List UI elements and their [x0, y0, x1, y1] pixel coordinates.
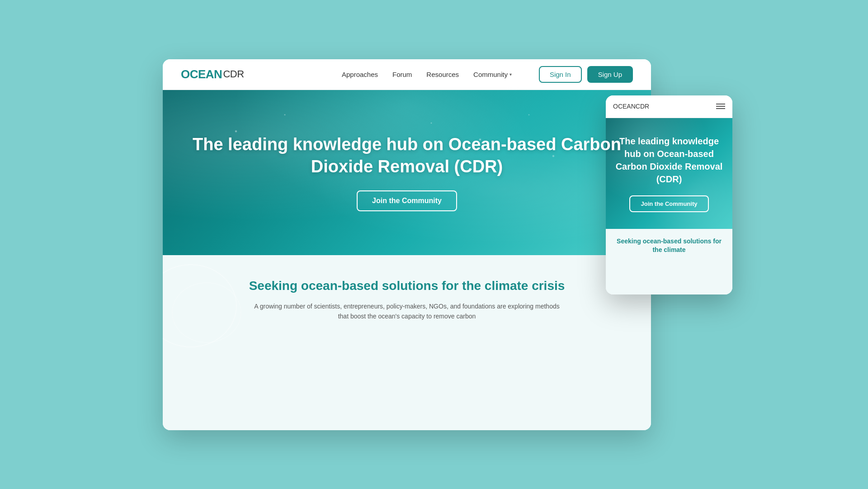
navbar: OCEAN CDR Approaches Forum Resources Com…	[163, 59, 651, 90]
join-community-button[interactable]: Join the Community	[357, 190, 457, 211]
community-dropdown-icon: ▾	[509, 72, 512, 77]
content-text: A growing number of scientists, entrepre…	[249, 301, 565, 322]
hero-section: The leading knowledge hub on Ocean-based…	[163, 90, 651, 255]
nav-link-resources[interactable]: Resources	[426, 71, 459, 78]
logo-ocean: OCEAN	[181, 67, 222, 81]
desktop-mockup: OCEAN CDR Approaches Forum Resources Com…	[163, 59, 651, 430]
hamburger-menu[interactable]	[716, 104, 725, 109]
mobile-content-title: Seeking ocean-based solutions for the cl…	[613, 237, 725, 255]
nav-link-approaches[interactable]: Approaches	[342, 71, 378, 78]
hero-content: The leading knowledge hub on Ocean-based…	[163, 133, 651, 212]
logo-cdr: CDR	[223, 68, 244, 80]
mobile-logo-cdr: CDR	[636, 103, 649, 110]
hamburger-line-3	[716, 108, 725, 109]
mobile-logo[interactable]: OCEANCDR	[613, 102, 649, 110]
logo[interactable]: OCEAN CDR	[181, 67, 244, 81]
mobile-navbar: OCEANCDR	[606, 95, 732, 118]
nav-link-forum[interactable]: Forum	[392, 71, 412, 78]
content-title: Seeking ocean-based solutions for the cl…	[181, 278, 633, 294]
signup-button[interactable]: Sign Up	[587, 66, 633, 83]
signin-button[interactable]: Sign In	[539, 66, 582, 83]
nav-links: Approaches Forum Resources Community ▾	[342, 71, 512, 78]
nav-actions: Sign In Sign Up	[539, 66, 633, 83]
content-section: Seeking ocean-based solutions for the cl…	[163, 255, 651, 430]
hero-title: The leading knowledge hub on Ocean-based…	[163, 133, 651, 178]
hamburger-line-2	[716, 106, 725, 107]
nav-link-community[interactable]: Community ▾	[473, 71, 512, 78]
mobile-logo-ocean: OCEAN	[613, 103, 636, 110]
hamburger-line-1	[716, 104, 725, 104]
